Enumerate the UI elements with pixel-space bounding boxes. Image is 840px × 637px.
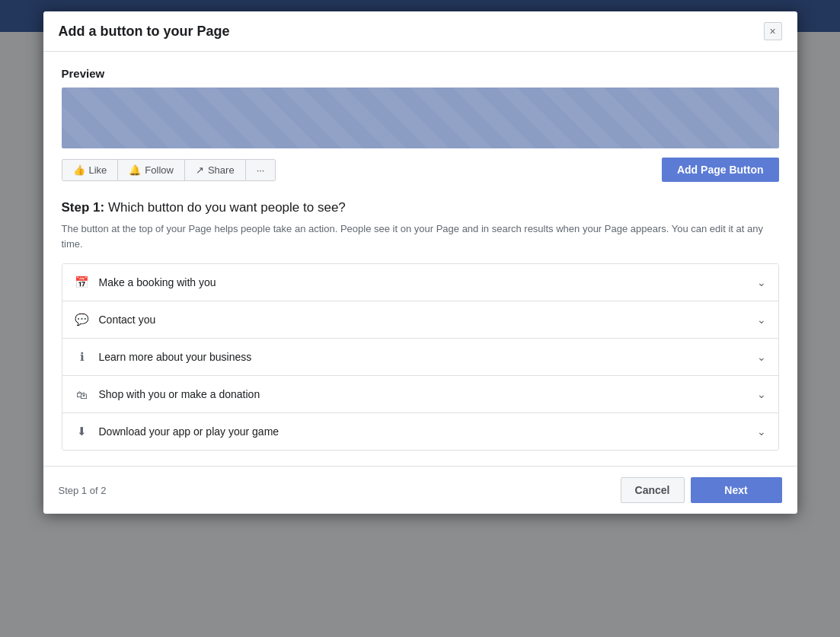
close-button[interactable]: × xyxy=(764,22,782,40)
options-list: 📅 Make a booking with you ⌄ 💬 Contact yo… xyxy=(62,263,779,451)
modal-footer: Step 1 of 2 Cancel Next xyxy=(43,466,797,514)
step-number: Step 1: xyxy=(62,200,105,215)
option-download[interactable]: ⬇ Download your app or play your game ⌄ xyxy=(62,413,778,450)
option-left: 📅 Make a booking with you xyxy=(75,275,216,290)
option-shop[interactable]: 🛍 Shop with you or make a donation ⌄ xyxy=(62,376,778,413)
chevron-down-icon: ⌄ xyxy=(757,351,766,363)
option-left: 💬 Contact you xyxy=(75,312,156,327)
modal-backdrop: Add a button to your Page × Preview 👍 Li… xyxy=(0,0,840,637)
download-icon: ⬇ xyxy=(75,424,90,439)
ellipsis-icon: ··· xyxy=(257,164,265,176)
share-label: Share xyxy=(208,164,235,176)
add-page-button[interactable]: Add Page Button xyxy=(662,158,779,182)
more-button[interactable]: ··· xyxy=(246,160,276,180)
option-booking[interactable]: 📅 Make a booking with you ⌄ xyxy=(62,264,778,301)
option-label: Learn more about your business xyxy=(99,351,252,363)
info-icon: ℹ xyxy=(75,349,90,365)
thumbs-up-icon: 👍 xyxy=(73,164,85,176)
cancel-button[interactable]: Cancel xyxy=(621,477,685,503)
option-left: 🛍 Shop with you or make a donation xyxy=(75,387,260,402)
follow-label: Follow xyxy=(145,164,174,176)
step-heading: Step 1: Which button do you want people … xyxy=(62,200,779,215)
bell-icon: 🔔 xyxy=(129,164,141,176)
option-label: Make a booking with you xyxy=(99,276,216,288)
share-icon: ↗ xyxy=(196,164,204,176)
share-button[interactable]: ↗ Share xyxy=(185,160,246,180)
option-contact[interactable]: 💬 Contact you ⌄ xyxy=(62,301,778,339)
chevron-down-icon: ⌄ xyxy=(757,425,766,438)
modal-title: Add a button to your Page xyxy=(59,24,230,40)
action-buttons-row: 👍 Like 🔔 Follow ↗ Share ··· Add xyxy=(62,158,779,182)
next-button[interactable]: Next xyxy=(691,477,782,503)
step-indicator: Step 1 of 2 xyxy=(59,485,107,496)
step-heading-rest: Which button do you want people to see? xyxy=(104,200,346,215)
option-learn[interactable]: ℹ Learn more about your business ⌄ xyxy=(62,339,778,376)
option-label: Shop with you or make a donation xyxy=(99,388,260,400)
contact-icon: 💬 xyxy=(75,312,90,327)
preview-label: Preview xyxy=(62,67,779,80)
footer-buttons: Cancel Next xyxy=(621,477,782,503)
modal-dialog: Add a button to your Page × Preview 👍 Li… xyxy=(43,11,797,514)
chevron-down-icon: ⌄ xyxy=(757,388,766,400)
follow-button[interactable]: 🔔 Follow xyxy=(118,160,185,180)
action-btn-group: 👍 Like 🔔 Follow ↗ Share ··· xyxy=(62,159,276,181)
like-label: Like xyxy=(89,164,107,176)
modal-header: Add a button to your Page × xyxy=(43,11,797,52)
option-left: ⬇ Download your app or play your game xyxy=(75,424,279,439)
option-label: Download your app or play your game xyxy=(99,425,279,438)
chevron-down-icon: ⌄ xyxy=(757,276,766,288)
step-description: The button at the top of your Page helps… xyxy=(62,221,779,251)
like-button[interactable]: 👍 Like xyxy=(62,160,119,180)
calendar-icon: 📅 xyxy=(75,275,90,290)
option-left: ℹ Learn more about your business xyxy=(75,349,252,365)
preview-image xyxy=(62,88,779,148)
chevron-down-icon: ⌄ xyxy=(757,314,766,326)
modal-body: Preview 👍 Like 🔔 Follow ↗ Share xyxy=(43,52,797,466)
option-label: Contact you xyxy=(99,314,156,326)
shop-icon: 🛍 xyxy=(75,387,90,402)
